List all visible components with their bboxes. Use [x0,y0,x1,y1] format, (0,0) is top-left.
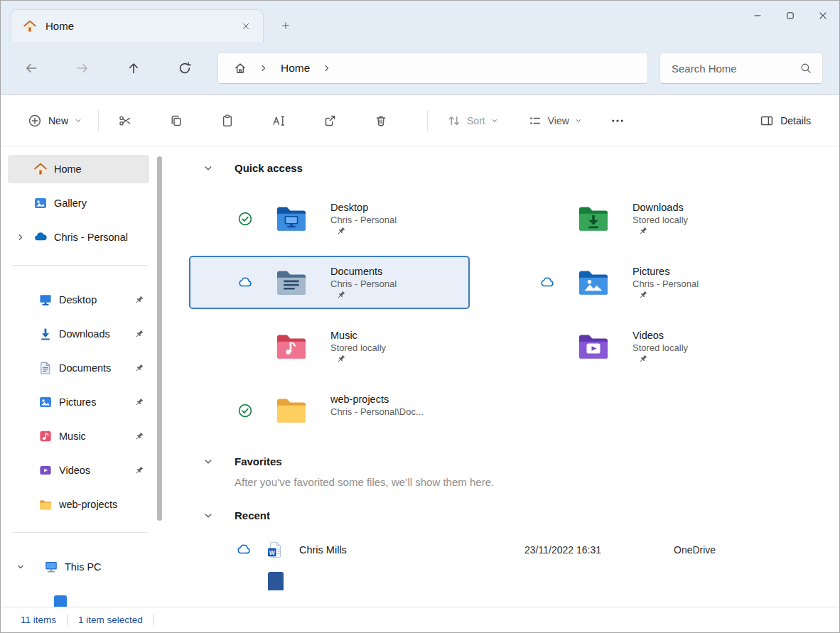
sidebar-item-label: Home [54,163,82,175]
chevron-right-icon[interactable] [259,64,268,72]
recent-file-row[interactable]: Chris Mills 23/11/2022 16:31 OneDrive [189,534,839,566]
new-button[interactable]: New [22,107,87,135]
pin-icon [336,227,345,236]
music-note-icon [38,429,53,443]
close-tab-button[interactable] [236,16,256,36]
refresh-button[interactable] [171,54,199,82]
rename-icon [271,114,286,128]
folder-view: Quick access Desktop Chris - Personal [166,146,839,607]
sidebar-item-music[interactable]: Music [8,422,149,450]
file-icon [268,572,284,590]
sidebar-item-documents[interactable]: Documents [8,354,149,382]
chevron-right-icon[interactable] [323,64,331,72]
breadcrumb-home-icon[interactable] [234,62,247,75]
quick-access-tile-downloads[interactable]: Downloads Stored locally [491,192,772,245]
details-button[interactable]: Details [753,107,818,135]
quick-access-tile-web-projects[interactable]: web-projects Chris - Personal\Doc... [189,384,470,437]
quick-access-tile-music[interactable]: Music Stored locally [189,320,470,373]
selection-count: 1 item selected [78,615,143,625]
sidebar-item-partial[interactable] [8,587,149,607]
sidebar-item-label: Videos [59,465,90,476]
chevron-down-icon[interactable] [203,511,213,521]
section-title: Favorites [235,455,282,467]
chevron-down-icon [575,117,582,124]
sidebar-item-this-pc[interactable]: This PC [8,553,149,581]
this-pc-icon [44,560,58,574]
chevron-down-icon[interactable] [16,563,25,571]
share-button[interactable] [314,107,345,135]
pictures-folder-icon [576,266,610,300]
sidebar-item-onedrive[interactable]: Chris - Personal [8,223,149,251]
sidebar-item-pictures[interactable]: Pictures [8,388,149,416]
chevron-down-icon [491,117,498,124]
sidebar-scrollbar[interactable] [157,156,162,521]
sidebar-item-gallery[interactable]: Gallery [8,189,149,217]
quick-access-header[interactable]: Quick access [189,162,839,174]
up-button[interactable] [119,54,148,82]
copy-icon [169,114,183,128]
view-button[interactable]: View [519,107,591,135]
copy-button[interactable] [161,107,192,135]
sidebar-item-label: Documents [59,362,111,374]
rename-button[interactable] [263,107,294,135]
details-panel-icon [760,114,774,128]
breadcrumb-item[interactable]: Home [281,62,310,75]
maximize-button[interactable] [774,1,807,31]
pin-icon [134,330,144,339]
forward-button[interactable] [68,54,97,82]
sync-status-cloud-icon [533,275,561,291]
sidebar-item-label: Music [59,431,86,442]
favorites-empty-text: After you’ve favorited some files, we’ll… [235,476,839,488]
quick-access-tile-documents[interactable]: Documents Chris - Personal [189,256,470,309]
sidebar-item-downloads[interactable]: Downloads [8,320,149,348]
minimize-button[interactable] [741,1,774,31]
favorites-header[interactable]: Favorites [189,455,839,467]
item-subtitle: Chris - Personal [330,278,397,289]
item-name: Pictures [632,266,699,277]
sort-button[interactable]: Sort [438,107,507,135]
sidebar-item-videos[interactable]: Videos [8,456,149,485]
search-box[interactable] [659,53,823,84]
sidebar-item-desktop[interactable]: Desktop [8,286,149,314]
item-name: Downloads [632,202,688,213]
file-explorer-window: Home Home New [0,0,840,633]
gallery-icon [33,196,48,210]
document-page-icon [38,361,53,375]
address-bar[interactable]: Home [217,53,648,84]
pictures-icon [38,395,53,409]
close-window-button[interactable] [807,1,839,31]
delete-button[interactable] [365,107,397,135]
back-button[interactable] [17,54,45,82]
cut-button[interactable] [109,107,141,135]
videos-folder-icon [576,330,610,364]
quick-access-grid: Desktop Chris - Personal Downloads Store… [189,192,839,437]
sort-arrows-icon [447,114,461,128]
sidebar-item-web-projects[interactable]: web-projects [8,490,149,519]
item-subtitle: Stored locally [632,342,688,353]
sync-status-cloud-icon [230,542,258,558]
recent-file-row-partial[interactable] [189,566,839,597]
search-input[interactable] [672,63,799,75]
details-label: Details [780,115,811,126]
home-icon [23,19,37,33]
quick-access-tile-pictures[interactable]: Pictures Chris - Personal [491,256,772,309]
download-arrow-icon [38,327,53,341]
paste-button[interactable] [212,107,243,135]
plus-circle-icon [28,114,42,128]
chevron-down-icon[interactable] [203,163,213,173]
trash-icon [374,114,388,128]
more-options-button[interactable] [603,107,632,135]
view-list-icon [528,114,542,128]
pin-icon [134,398,144,407]
new-tab-button[interactable] [275,15,296,36]
pin-icon [134,296,144,305]
quick-access-tile-videos[interactable]: Videos Stored locally [491,320,772,373]
tab-home[interactable]: Home [11,9,264,42]
search-icon[interactable] [799,62,812,75]
recent-header[interactable]: Recent [189,509,839,521]
sidebar-item-home[interactable]: Home [8,155,149,183]
home-icon [33,162,48,176]
chevron-down-icon[interactable] [203,457,213,467]
chevron-right-icon[interactable] [16,233,25,242]
quick-access-tile-desktop[interactable]: Desktop Chris - Personal [189,192,470,245]
